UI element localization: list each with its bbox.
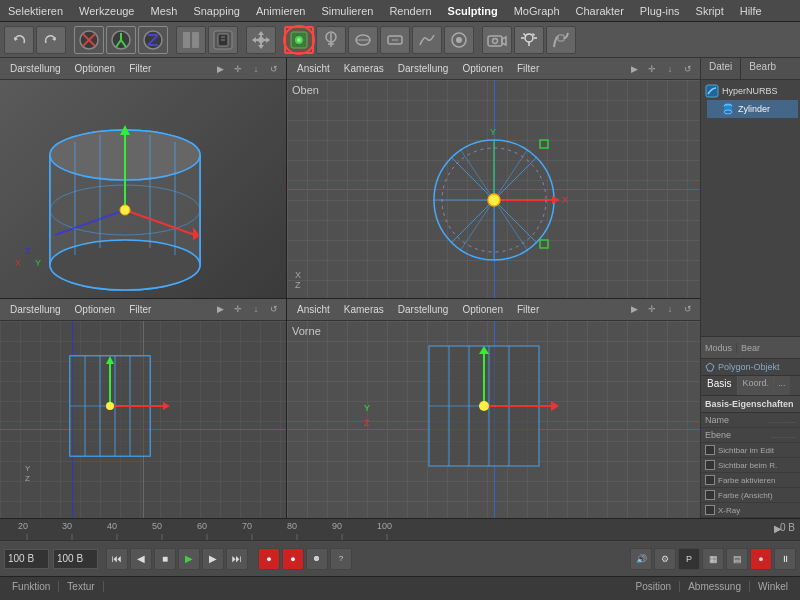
vt-tr-arrow[interactable]: ▶ (626, 61, 642, 77)
menu-sculpting[interactable]: Sculpting (440, 3, 506, 19)
vt-tr-darstellung[interactable]: Darstellung (392, 62, 455, 75)
skip-end-button[interactable]: ⏭ (226, 548, 248, 570)
vt-tr-move[interactable]: ✛ (644, 61, 660, 77)
menu-animieren[interactable]: Animieren (248, 3, 314, 19)
vt-tr-refresh[interactable]: ↺ (680, 61, 696, 77)
prev-frame-button[interactable]: ◀ (130, 548, 152, 570)
camera-button[interactable] (482, 26, 512, 54)
vt-darstellung[interactable]: Darstellung (4, 62, 67, 75)
record-btn-1[interactable]: ● (258, 548, 280, 570)
vt-bl-refresh-icon[interactable]: ↺ (266, 301, 282, 317)
vt-bl-filter[interactable]: Filter (123, 303, 157, 316)
more-tab[interactable]: ... (774, 376, 790, 395)
timeline-scroll[interactable]: ▶ (774, 523, 782, 534)
vt-tr-down[interactable]: ↓ (662, 61, 678, 77)
vt-bl-darstellung[interactable]: Darstellung (4, 303, 67, 316)
btn-r1[interactable]: 🔊 (630, 548, 652, 570)
next-frame-button[interactable]: ▶ (202, 548, 224, 570)
z-axis-button[interactable] (138, 26, 168, 54)
keyframe-button[interactable] (208, 26, 238, 54)
record-btn-4[interactable]: ? (330, 548, 352, 570)
sculpt-tool-active[interactable] (284, 26, 314, 54)
vt-br-refresh[interactable]: ↺ (680, 301, 696, 317)
farbe-ansicht-checkbox[interactable] (705, 490, 715, 500)
stop-button[interactable]: ■ (154, 548, 176, 570)
vt-filter[interactable]: Filter (123, 62, 157, 75)
props-farbe-ansicht-row[interactable]: Farbe (Ansicht) (701, 488, 800, 503)
vt-bl-optionen[interactable]: Optionen (69, 303, 122, 316)
frame-input[interactable] (4, 549, 49, 569)
vt-down-icon[interactable]: ↓ (248, 61, 264, 77)
datei-tab[interactable]: Datei (701, 58, 741, 79)
vt-optionen[interactable]: Optionen (69, 62, 122, 75)
bearb-tab[interactable]: Bearb (741, 58, 784, 79)
btn-r7[interactable]: ⏸ (774, 548, 796, 570)
menu-mesh[interactable]: Mesh (142, 3, 185, 19)
farbe-aktiv-checkbox[interactable] (705, 475, 715, 485)
vt-tr-kameras[interactable]: Kameras (338, 62, 390, 75)
fps-input[interactable] (53, 549, 98, 569)
menu-plugins[interactable]: Plug-ins (632, 3, 688, 19)
basis-tab[interactable]: Basis (701, 376, 738, 395)
btn-r4[interactable]: ▦ (702, 548, 724, 570)
move-tool-button[interactable] (246, 26, 276, 54)
vt-bl-arrow-right[interactable]: ▶ (212, 301, 228, 317)
sculpt-tool-6[interactable] (444, 26, 474, 54)
props-sichtbar-edit-row[interactable]: Sichtbar im Edit (701, 443, 800, 458)
menu-rendern[interactable]: Rendern (381, 3, 439, 19)
sichtbar-render-checkbox[interactable] (705, 460, 715, 470)
vt-br-move[interactable]: ✛ (644, 301, 660, 317)
viewport-top-right[interactable]: Oben (287, 80, 700, 299)
koord-tab[interactable]: Koord. (738, 376, 774, 395)
play-button[interactable] (176, 26, 206, 54)
vt-br-darstellung[interactable]: Darstellung (392, 303, 455, 316)
sculpt-tool-2[interactable] (316, 26, 346, 54)
x-axis-button[interactable] (74, 26, 104, 54)
vt-br-down[interactable]: ↓ (662, 301, 678, 317)
btn-r2[interactable]: ⚙ (654, 548, 676, 570)
sculpt-tool-5[interactable] (412, 26, 442, 54)
timeline-ruler[interactable]: 20 30 40 50 60 70 80 90 100 0 B ▶ (0, 518, 800, 540)
viewport-bottom-left[interactable]: Z Y (0, 321, 286, 539)
menu-snapping[interactable]: Snapping (185, 3, 248, 19)
vt-bl-move-icon[interactable]: ✛ (230, 301, 246, 317)
light-button[interactable] (514, 26, 544, 54)
menu-charakter[interactable]: Charakter (568, 3, 632, 19)
props-xray-row[interactable]: X-Ray (701, 503, 800, 518)
vt-arrow-right[interactable]: ▶ (212, 61, 228, 77)
sculpt-tool-3[interactable] (348, 26, 378, 54)
sichtbar-edit-checkbox[interactable] (705, 445, 715, 455)
vt-refresh-icon[interactable]: ↺ (266, 61, 282, 77)
xray-checkbox[interactable] (705, 505, 715, 515)
hypernurbs-item[interactable]: HyperNURBS (703, 82, 798, 100)
btn-r5[interactable]: ▤ (726, 548, 748, 570)
vt-tr-optionen[interactable]: Optionen (456, 62, 509, 75)
props-farbe-aktiv-row[interactable]: Farbe aktivieren (701, 473, 800, 488)
undo-button[interactable] (4, 26, 34, 54)
props-sichtbar-render-row[interactable]: Sichtbar beim R. (701, 458, 800, 473)
viewport-top-left[interactable]: X Y Z (0, 80, 286, 299)
menu-selektieren[interactable]: Selektieren (0, 3, 71, 19)
vt-br-filter[interactable]: Filter (511, 303, 545, 316)
vt-bl-down-icon[interactable]: ↓ (248, 301, 264, 317)
zylinder-item[interactable]: Zylinder (707, 100, 798, 118)
menu-mograph[interactable]: MoGraph (506, 3, 568, 19)
record-btn-2[interactable]: ● (282, 548, 304, 570)
btn-r3[interactable]: P (678, 548, 700, 570)
vt-move-icon[interactable]: ✛ (230, 61, 246, 77)
sculpt-tool-4[interactable] (380, 26, 410, 54)
btn-r6[interactable]: ● (750, 548, 772, 570)
skip-start-button[interactable]: ⏮ (106, 548, 128, 570)
vt-br-kameras[interactable]: Kameras (338, 303, 390, 316)
vt-tr-filter[interactable]: Filter (511, 62, 545, 75)
y-axis-button[interactable] (106, 26, 136, 54)
vt-tr-ansicht[interactable]: Ansicht (291, 62, 336, 75)
record-btn-3[interactable]: ⏺ (306, 548, 328, 570)
menu-hilfe[interactable]: Hilfe (732, 3, 770, 19)
redo-button[interactable] (36, 26, 66, 54)
vt-br-optionen[interactable]: Optionen (456, 303, 509, 316)
menu-simulieren[interactable]: Simulieren (313, 3, 381, 19)
viewport-bottom-right[interactable]: Vorne Y (287, 321, 700, 539)
vt-br-arrow[interactable]: ▶ (626, 301, 642, 317)
play-button[interactable]: ▶ (178, 548, 200, 570)
